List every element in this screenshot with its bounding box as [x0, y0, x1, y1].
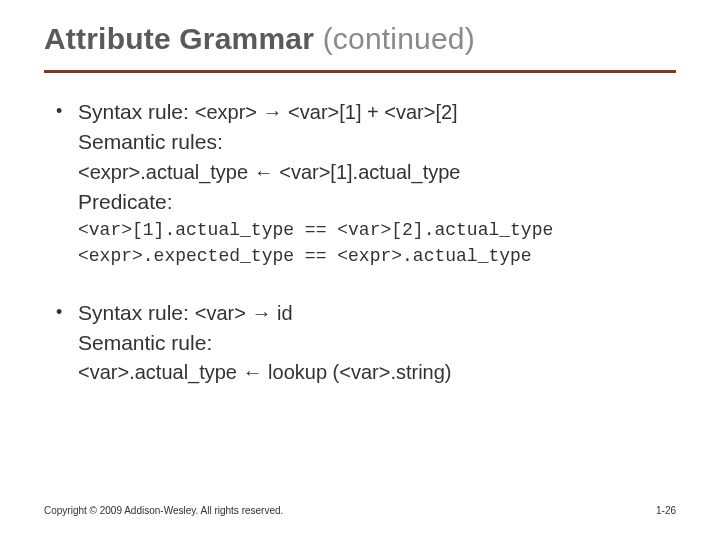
slide: Attribute Grammar (continued) Syntax rul… [0, 0, 720, 387]
syntax-code: <expr> → <var>[1] + <var>[2] [195, 101, 458, 123]
syntax-rule-line: Syntax rule: <var> → id [78, 298, 676, 328]
syntax-label: Syntax rule: [78, 301, 195, 324]
bullet-list: Syntax rule: <expr> → <var>[1] + <var>[2… [44, 97, 676, 387]
semantic-label: Semantic rules: [78, 127, 676, 157]
semantic-code: <var>.actual_type ← lookup (<var>.string… [78, 358, 676, 387]
syntax-label: Syntax rule: [78, 100, 195, 123]
slide-title: Attribute Grammar (continued) [44, 22, 676, 56]
semantic-label: Semantic rule: [78, 328, 676, 358]
predicate-label: Predicate: [78, 187, 676, 217]
predicate-code-1: <var>[1].actual_type == <var>[2].actual_… [78, 217, 676, 243]
semantic-code: <expr>.actual_type ← <var>[1].actual_typ… [78, 158, 676, 187]
predicate-code-2: <expr>.expected_type == <expr>.actual_ty… [78, 243, 676, 269]
list-item: Syntax rule: <expr> → <var>[1] + <var>[2… [56, 97, 676, 270]
title-main: Attribute Grammar [44, 22, 323, 55]
copyright-text: Copyright © 2009 Addison-Wesley. All rig… [44, 505, 283, 516]
list-item: Syntax rule: <var> → id Semantic rule: <… [56, 298, 676, 388]
syntax-code: <var> → id [195, 302, 293, 324]
title-underline [44, 70, 676, 73]
page-number: 1-26 [656, 505, 676, 516]
syntax-rule-line: Syntax rule: <expr> → <var>[1] + <var>[2… [78, 97, 676, 127]
title-sub: (continued) [323, 22, 475, 55]
footer: Copyright © 2009 Addison-Wesley. All rig… [44, 505, 676, 516]
